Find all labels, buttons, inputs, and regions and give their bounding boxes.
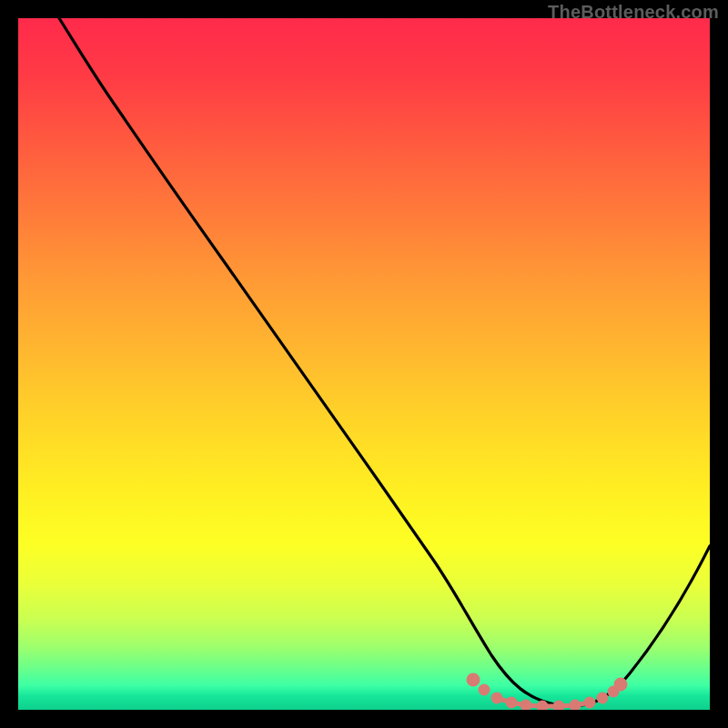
svg-point-0: [469, 675, 478, 684]
svg-point-17: [616, 680, 625, 689]
chart-plot-area: [18, 18, 710, 710]
watermark-text: TheBottleneck.com: [548, 2, 719, 23]
svg-point-1: [480, 686, 488, 693]
bottleneck-curve-line: [59, 18, 710, 706]
optimal-region-markers: [469, 675, 625, 710]
curve-layer: [18, 18, 710, 710]
svg-point-15: [599, 694, 606, 702]
svg-point-14: [586, 699, 593, 706]
